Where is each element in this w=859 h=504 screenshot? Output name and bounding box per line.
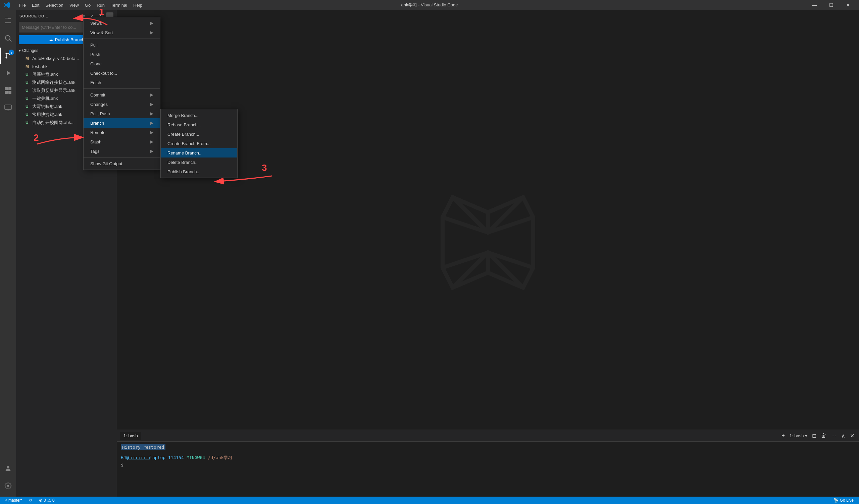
menu-item-pull[interactable]: Pull (84, 40, 160, 50)
activity-settings[interactable] (0, 478, 16, 494)
svg-rect-7 (5, 91, 8, 94)
terminal-dropdown-button[interactable]: 1: bash ▾ (788, 432, 809, 439)
terminal-cursor: $ (121, 462, 123, 468)
changes-label: Changes (22, 48, 38, 53)
titlebar: File Edit Selection View Go Run Terminal… (0, 0, 859, 10)
menu-item-rename-branch[interactable]: Rename Branch... (161, 148, 237, 157)
maximize-button[interactable]: ☐ (824, 0, 839, 10)
menu-item-remote[interactable]: Remote ▶ (84, 128, 160, 137)
menu-item-create-branch[interactable]: Create Branch... (161, 129, 237, 139)
fetch-label: Fetch (90, 80, 153, 85)
chevron-icon: ▾ (19, 48, 21, 53)
submenu-arrow: ▶ (150, 139, 153, 144)
activity-source-control[interactable]: 9 (0, 48, 16, 64)
activity-account[interactable] (0, 460, 16, 476)
terminal-area: 1: bash + 1: bash ▾ ⊟ 🗑 ⋯ ∧ ✕ History re… (117, 430, 859, 497)
svg-line-1 (10, 40, 12, 42)
add-terminal-button[interactable]: + (780, 432, 786, 439)
modified-badge: M (26, 64, 30, 69)
terminal-close-button[interactable]: ✕ (848, 432, 856, 440)
menu-item-changes[interactable]: Changes ▶ (84, 99, 160, 109)
activity-search[interactable] (0, 30, 16, 46)
titlebar-menu: File Edit Selection View Go Run Terminal… (16, 2, 145, 9)
menu-item-view-sort[interactable]: View & Sort ▶ (84, 28, 160, 37)
menu-item-clone[interactable]: Clone (84, 59, 160, 68)
branch-submenu: Merge Branch... Rebase Branch... Create … (161, 109, 238, 178)
menu-item-rebase-branch[interactable]: Rebase Branch... (161, 120, 237, 129)
broadcast-icon: 📡 (833, 498, 839, 503)
pull-label: Pull (90, 43, 153, 48)
go-live-button[interactable]: 📡 Go Live (831, 497, 856, 504)
stash-label: Stash (90, 139, 150, 144)
activity-bottom (0, 460, 16, 497)
terminal-body: History restored HJ@□□□□□□□□laptop-11415… (117, 442, 859, 470)
menu-item-commit[interactable]: Commit ▶ (84, 90, 160, 99)
menu-item-push[interactable]: Push (84, 50, 160, 59)
activity-remote-explorer[interactable] (0, 100, 16, 116)
menu-item-branch[interactable]: Branch ▶ (84, 118, 160, 128)
activity-extensions[interactable] (0, 82, 16, 98)
menu-go[interactable]: Go (82, 2, 93, 9)
submenu-arrow: ▶ (150, 111, 153, 116)
branch-name: master* (9, 498, 22, 503)
submenu-arrow: ▶ (150, 93, 153, 97)
minimize-button[interactable]: ― (807, 0, 822, 10)
commit-label: Commit (90, 93, 150, 97)
activity-explorer[interactable] (0, 13, 16, 29)
menu-item-fetch[interactable]: Fetch (84, 78, 160, 87)
menu-item-tags[interactable]: Tags ▶ (84, 146, 160, 156)
separator (84, 89, 160, 89)
untracked-badge: U (26, 104, 30, 109)
svg-point-3 (6, 57, 7, 59)
warning-count: 0 (52, 498, 55, 503)
menu-item-views[interactable]: Views ▶ (84, 18, 160, 28)
close-button[interactable]: ✕ (840, 0, 856, 10)
sync-icon: ↻ (29, 498, 32, 503)
push-label: Push (90, 52, 153, 57)
remote-label: Remote (90, 130, 150, 135)
terminal-maximize-button[interactable]: ∧ (840, 432, 847, 440)
branch-status[interactable]: ⑂ master* (3, 497, 24, 504)
history-restored-text: History restored (121, 444, 165, 450)
menu-terminal[interactable]: Terminal (108, 2, 130, 9)
menu-selection[interactable]: Selection (43, 2, 66, 9)
modified-badge: M (26, 56, 30, 61)
svg-rect-8 (9, 91, 11, 94)
menu-item-merge-branch[interactable]: Merge Branch... (161, 111, 237, 120)
source-control-badge: 9 (9, 50, 14, 55)
terminal-user-prompt: HJ@□□□□□□□□laptop-114154 (121, 455, 184, 460)
activity-bar: 9 (0, 10, 16, 497)
sync-status[interactable]: ↻ (28, 497, 33, 504)
warning-icon: ⚠ (47, 498, 51, 503)
rebase-branch-label: Rebase Branch... (167, 122, 230, 127)
git-branch-icon: ⑂ (5, 498, 7, 503)
menu-item-delete-branch[interactable]: Delete Branch... (161, 157, 237, 167)
menu-item-publish-branch[interactable]: Publish Branch... (161, 167, 237, 176)
submenu-arrow: ▶ (150, 121, 153, 125)
menu-item-stash[interactable]: Stash ▶ (84, 137, 160, 146)
kill-terminal-button[interactable]: 🗑 (820, 432, 828, 439)
menu-item-show-git-output[interactable]: Show Git Output (84, 159, 160, 168)
svg-point-12 (7, 466, 9, 469)
main-context-menu: Views ▶ View & Sort ▶ Pull Push Clone Ch… (83, 17, 161, 170)
menu-help[interactable]: Help (131, 2, 145, 9)
terminal-more-button[interactable]: ⋯ (830, 432, 838, 440)
menu-run[interactable]: Run (94, 2, 107, 9)
terminal-tab-bash[interactable]: 1: bash (120, 432, 141, 440)
delete-branch-label: Delete Branch... (167, 160, 230, 165)
submenu-arrow: ▶ (150, 102, 153, 107)
errors-status[interactable]: ⊘ 0 ⚠ 0 (37, 497, 56, 504)
menu-view[interactable]: View (67, 2, 81, 9)
menu-edit[interactable]: Edit (29, 2, 42, 9)
menu-item-pull-push[interactable]: Pull, Push ▶ (84, 109, 160, 118)
statusbar: ⑂ master* ↻ ⊘ 0 ⚠ 0 📡 Go Live (0, 497, 859, 504)
split-terminal-button[interactable]: ⊟ (811, 432, 818, 440)
error-icon: ⊘ (39, 498, 42, 503)
statusbar-right: 📡 Go Live (831, 497, 856, 504)
menu-file[interactable]: File (16, 2, 29, 9)
clone-label: Clone (90, 61, 153, 66)
activity-run[interactable] (0, 65, 16, 81)
svg-rect-5 (5, 87, 8, 90)
menu-item-checkout[interactable]: Checkout to... (84, 68, 160, 78)
menu-item-create-branch-from[interactable]: Create Branch From... (161, 139, 237, 148)
